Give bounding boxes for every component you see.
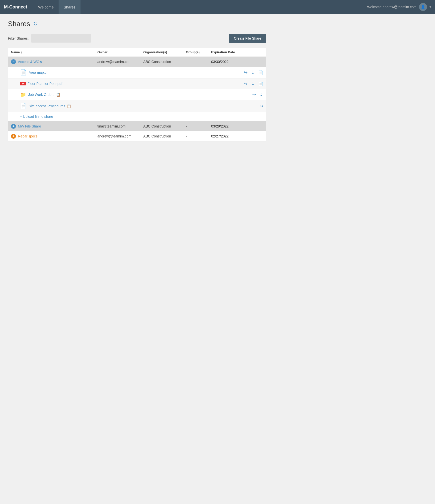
create-file-share-button[interactable]: Create File Share bbox=[229, 34, 266, 43]
file-actions: ↪ bbox=[241, 100, 266, 112]
col-header-org: Organization(s) bbox=[140, 48, 183, 57]
collapse-toggle[interactable]: − bbox=[11, 59, 16, 64]
expand-toggle[interactable]: + bbox=[11, 134, 16, 139]
share-name-cell: + Rebar specs bbox=[8, 131, 94, 141]
share-org: ABC Construction bbox=[140, 121, 183, 131]
upload-row: + Upload file to share bbox=[8, 112, 266, 122]
share-actions bbox=[241, 57, 266, 67]
shares-table: Name ↓ Owner Organization(s) Group(s) Ex… bbox=[8, 48, 266, 141]
filter-row: Filter Shares: Create File Share bbox=[8, 34, 266, 43]
col-header-name: Name ↓ bbox=[8, 48, 94, 57]
share-groups: - bbox=[183, 131, 208, 141]
page-title: Shares bbox=[8, 20, 30, 28]
action-icons: ↪ ⇣ 📄 bbox=[244, 70, 263, 75]
file-name-cell: PDF Floor Plan for Pour.pdf bbox=[8, 78, 94, 89]
share-org: ABC Construction bbox=[140, 57, 183, 67]
filter-area: Filter Shares: bbox=[8, 34, 91, 43]
share-expiration: 02/27/2022 bbox=[208, 131, 241, 141]
share-owner: andrew@teamim.com bbox=[94, 57, 140, 67]
col-header-expiration: Expiration Date bbox=[208, 48, 241, 57]
table-row: 📄 Area map.tif ↪ ⇣ 📄 bbox=[8, 67, 266, 78]
share-icon[interactable]: ↪ bbox=[260, 103, 263, 109]
action-icons: ↪ bbox=[244, 103, 263, 109]
welcome-text: Welcome andrew@teamim.com bbox=[367, 5, 417, 9]
share-owner: tina@teamim.com bbox=[94, 121, 140, 131]
share-name-link[interactable]: MW File Share bbox=[18, 124, 41, 128]
file-doc-icon: 📄 bbox=[20, 103, 27, 109]
add-file-icon[interactable]: 📄 bbox=[258, 70, 263, 75]
table-body: − Access & WO's andrew@teamim.com ABC Co… bbox=[8, 57, 266, 141]
file-actions: ↪ ⇣ bbox=[241, 89, 266, 100]
table-header: Name ↓ Owner Organization(s) Group(s) Ex… bbox=[8, 48, 266, 57]
brand[interactable]: M-Connect bbox=[4, 4, 27, 10]
copy-icon: 📋 bbox=[56, 93, 60, 97]
share-owner: andrew@teamim.com bbox=[94, 131, 140, 141]
table-row: PDF Floor Plan for Pour.pdf ↪ ⇣ 📄 bbox=[8, 78, 266, 89]
page-title-row: Shares ↻ bbox=[8, 20, 266, 28]
file-name-cell: 📁 Job Work Orders 📋 bbox=[8, 89, 94, 100]
share-expiration: 03/30/2022 bbox=[208, 57, 241, 67]
col-header-groups: Group(s) bbox=[183, 48, 208, 57]
copy-icon: 📋 bbox=[67, 104, 71, 108]
file-actions: ↪ ⇣ 📄 bbox=[241, 78, 266, 89]
folder-icon: 📁 bbox=[20, 92, 26, 98]
user-avatar[interactable]: 👤 bbox=[419, 3, 427, 11]
page-content: Shares ↻ Filter Shares: Create File Shar… bbox=[0, 14, 274, 147]
share-name-cell: + MW File Share bbox=[8, 121, 94, 131]
share-actions bbox=[241, 121, 266, 131]
table-row: − Access & WO's andrew@teamim.com ABC Co… bbox=[8, 57, 266, 67]
upload-link[interactable]: + Upload file to share bbox=[8, 112, 266, 121]
file-name-link[interactable]: Job Work Orders bbox=[28, 93, 55, 97]
file-name-cell: 📄 Area map.tif bbox=[8, 67, 94, 78]
file-actions: ↪ ⇣ 📄 bbox=[241, 67, 266, 78]
share-name-cell: − Access & WO's bbox=[8, 57, 94, 67]
dropdown-arrow[interactable]: ▾ bbox=[430, 5, 431, 9]
share-icon[interactable]: ↪ bbox=[252, 92, 256, 97]
table-row: 📄 Site access Procedures 📋 ↪ bbox=[8, 100, 266, 112]
filter-label: Filter Shares: bbox=[8, 36, 29, 40]
download-icon[interactable]: ⇣ bbox=[260, 92, 263, 97]
expand-toggle[interactable]: + bbox=[11, 124, 16, 129]
share-name-link[interactable]: Access & WO's bbox=[18, 60, 42, 64]
share-groups: - bbox=[183, 121, 208, 131]
table-row: + Rebar specs andrew@teamim.com ABC Cons… bbox=[8, 131, 266, 141]
file-name-link[interactable]: Site access Procedures bbox=[29, 104, 65, 108]
file-name-link[interactable]: Floor Plan for Pour.pdf bbox=[27, 82, 62, 86]
navbar: M-Connect Welcome Shares Welcome andrew@… bbox=[0, 0, 435, 14]
action-icons: ↪ ⇣ bbox=[244, 92, 263, 97]
filter-input[interactable] bbox=[31, 34, 91, 43]
col-header-actions bbox=[241, 48, 266, 57]
download-icon[interactable]: ⇣ bbox=[251, 81, 255, 86]
nav-shares[interactable]: Shares bbox=[59, 0, 81, 14]
action-icons: ↪ ⇣ 📄 bbox=[244, 81, 263, 86]
share-actions bbox=[241, 131, 266, 141]
share-name-link[interactable]: Rebar specs bbox=[18, 134, 38, 138]
file-name-link[interactable]: Area map.tif bbox=[29, 70, 47, 74]
share-icon[interactable]: ↪ bbox=[244, 70, 248, 75]
share-expiration: 03/29/2022 bbox=[208, 121, 241, 131]
pdf-icon: PDF bbox=[20, 82, 26, 85]
share-org: ABC Construction bbox=[140, 131, 183, 141]
file-name-cell: 📄 Site access Procedures 📋 bbox=[8, 100, 94, 112]
share-icon[interactable]: ↪ bbox=[244, 81, 248, 86]
table-row: 📁 Job Work Orders 📋 ↪ ⇣ bbox=[8, 89, 266, 100]
file-doc-icon: 📄 bbox=[20, 69, 27, 76]
add-file-icon[interactable]: 📄 bbox=[258, 81, 263, 86]
download-icon[interactable]: ⇣ bbox=[251, 70, 255, 75]
navbar-links: Welcome Shares bbox=[33, 0, 367, 14]
share-groups: - bbox=[183, 57, 208, 67]
table-row: + MW File Share tina@teamim.com ABC Cons… bbox=[8, 121, 266, 131]
navbar-right: Welcome andrew@teamim.com 👤 ▾ bbox=[367, 3, 431, 11]
refresh-icon[interactable]: ↻ bbox=[33, 21, 38, 27]
col-header-owner: Owner bbox=[94, 48, 140, 57]
nav-welcome[interactable]: Welcome bbox=[33, 0, 59, 14]
